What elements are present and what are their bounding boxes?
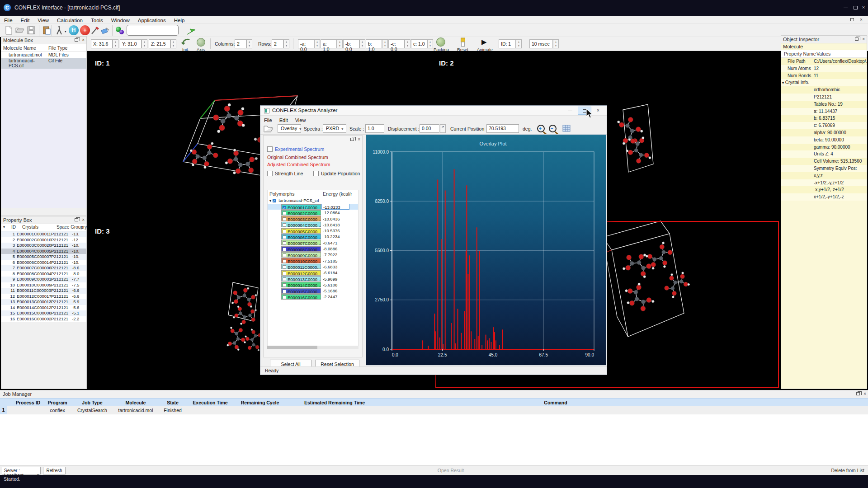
zoom-out-icon[interactable]: − [549,125,557,132]
packing-icon[interactable] [436,38,445,47]
inspector-row[interactable]: File PathC:/Users/conflex/Desktop/... [781,58,867,65]
polymorph-row[interactable]: E000009C0000...-7.7922 [268,252,358,258]
columns-value[interactable]: 2 [235,39,246,48]
menu-edit[interactable]: Edit [17,17,34,24]
close-button[interactable]: × [860,4,867,11]
displacement-input[interactable]: 0.00 [420,124,439,133]
property-row[interactable]: 4E000004C000005P212121-10. [1,249,86,254]
minus-a-translate[interactable]: -a: 0.0 [298,39,314,48]
polymorph-row[interactable]: E000013C0000...-5.9699 [268,276,358,282]
server-select[interactable]: Server : Localhost▾ [2,467,41,474]
molecule-builder-icon[interactable] [115,25,125,35]
polymorph-row[interactable]: E000011C0000...-6.6833 [268,264,358,270]
inspector-row[interactable]: gamma: 90.00000 [781,144,867,151]
close-panel-icon[interactable]: × [82,217,85,222]
axis-toggle-icon[interactable] [197,38,205,47]
spectra-menu-view[interactable]: View [292,117,310,123]
float-panel-icon[interactable] [856,392,860,395]
z-rotation-spinner[interactable]: ▴▾ [170,39,176,48]
inspector-row[interactable]: -x,y+1/2,-z+1/2 [781,186,867,193]
polymorph-checkbox[interactable] [283,230,286,233]
run-icon[interactable] [186,25,196,35]
property-row[interactable]: 9E000009C000001P212121-7.7 [1,277,86,282]
expand-icon[interactable]: ▾ [782,81,784,85]
property-row[interactable]: 2E000002C000010P212121-12. [1,237,86,243]
polymorph-checkbox[interactable] [283,235,286,239]
close-panel-icon[interactable]: × [863,391,866,396]
new-file-icon[interactable] [4,25,14,35]
minus-c-translate-spinner[interactable]: ▴▾ [405,39,410,48]
polymorph-row[interactable]: E000005C0000...-10.5376 [268,228,358,234]
save-file-icon[interactable] [26,25,36,35]
erase-icon[interactable] [100,25,110,35]
mdi-restore-button[interactable] [849,17,855,23]
current-position-input[interactable]: 70.5193 [486,124,519,133]
inspector-row[interactable]: a: 11.14437 [781,108,867,115]
menu-applications[interactable]: Applications [134,17,170,24]
property-row[interactable]: 10E000010C000009P212121-7.5 [1,282,86,288]
float-panel-icon[interactable] [350,138,354,141]
polymorph-checkbox[interactable] [283,223,286,227]
inspector-row[interactable]: Num Atoms12 [781,65,867,72]
spectra-minimize-button[interactable] [563,107,577,115]
minus-a-translate-spinner[interactable]: ▴▾ [314,39,320,48]
minus-b-translate-spinner[interactable]: ▴▾ [359,39,365,48]
b-translate[interactable]: b: 1.0 [366,39,382,48]
polymorph-checkbox[interactable] [283,277,286,281]
inspector-row[interactable]: -x+1/2,-y,z+1/2 [781,179,867,187]
init-view-icon[interactable] [181,38,191,47]
z-rotation[interactable]: Z: 21.5 [149,39,170,48]
polymorph-row[interactable]: E000016C0000...-2.2447 [268,294,358,300]
polymorph-checkbox[interactable] [283,241,286,245]
mdi-close-button[interactable]: × [858,17,864,23]
polymorph-checkbox[interactable] [283,272,286,275]
polymorph-checkbox[interactable] [283,248,286,251]
strength-line-checkbox[interactable]: Strength Line [267,171,303,176]
measure-dropdown-icon[interactable]: ▾ [65,30,66,33]
property-row[interactable]: 7E000007C000006P212121-8.6 [1,265,86,271]
minimize-button[interactable] [842,4,849,11]
inspector-row[interactable]: b: 6.83715 [781,115,867,122]
paste-icon[interactable] [42,25,52,35]
rows-value-spinner[interactable]: ▴▾ [283,39,289,48]
inspector-row[interactable]: Num Bonds11 [781,72,867,80]
b-translate-spinner[interactable]: ▴▾ [382,39,388,48]
collapse-icon[interactable]: ▾ [3,225,5,229]
property-row[interactable]: 6E000006C000014P212121-10. [1,260,86,266]
property-row[interactable]: 8E000008C000004P212121-8.0 [1,271,86,277]
polymorph-row[interactable]: E000015C0000...-5.1686 [268,288,358,294]
open-result-button[interactable]: Open Result [438,468,464,473]
inspector-row[interactable]: Units Z: 4 [781,150,867,158]
float-panel-icon[interactable] [75,38,78,42]
expand-icon[interactable]: ▾ [269,199,271,203]
experimental-spectrum-checkbox[interactable]: Experimental Spectrum [267,146,324,152]
reset-view-icon[interactable] [458,38,468,47]
polymorphs-hscrollbar[interactable] [267,346,359,349]
inspector-row[interactable]: orthorhombic [781,86,867,94]
property-row[interactable]: 12E000012C000017P212121-6.6 [1,294,86,300]
a-translate-spinner[interactable]: ▴▾ [337,39,343,48]
polymorph-checkbox[interactable] [283,253,286,257]
molecule-row[interactable]: tartronicacid-PCS.cifCif File [1,58,86,69]
property-row[interactable]: 16E000016C000002P212121-2.2 [1,316,86,322]
overlay-select[interactable]: Overlay▾ [278,124,301,133]
menu-calculation[interactable]: Calculation [53,17,87,24]
polymorph-checkbox[interactable] [283,259,286,263]
inspector-row[interactable]: Cell Volume: 515.13560 [781,158,867,165]
polymorph-row[interactable]: E000002C0000...-12.0864 [268,210,358,216]
animate-play-icon[interactable]: ▶ [481,38,487,46]
menu-view[interactable]: View [33,17,53,24]
inspector-row[interactable]: P212121 [781,94,867,101]
a-translate[interactable]: a: 1.0 [321,39,337,48]
inspector-row[interactable]: Symmetry Equiv Pos: [781,165,867,172]
polymorph-checkbox[interactable] [283,283,286,287]
columns-value-spinner[interactable]: ▴▾ [246,39,252,48]
polymorph-checkbox[interactable] [283,265,286,269]
polymorph-checkbox[interactable] [283,296,286,299]
refresh-button[interactable]: Refresh [43,467,66,474]
spectra-type-select[interactable]: PXRD▾ [323,124,346,133]
spectra-menu-edit[interactable]: Edit [276,117,292,123]
molecule-row[interactable]: tartronicacid.molMDL Files [1,52,86,58]
inspector-row[interactable]: x+1/2,-y+1/2,-z [781,193,867,201]
property-row[interactable]: 5E000005C000007P212121-10. [1,254,86,260]
